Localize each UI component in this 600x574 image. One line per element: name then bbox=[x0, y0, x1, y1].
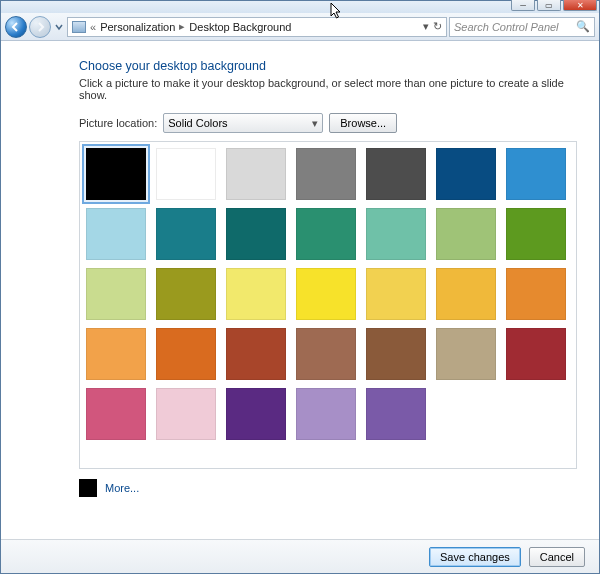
page-subtext: Click a picture to make it your desktop … bbox=[79, 77, 585, 101]
color-swatch[interactable] bbox=[506, 328, 566, 380]
refresh-button[interactable]: ↻ bbox=[433, 20, 442, 33]
color-swatch[interactable] bbox=[156, 388, 216, 440]
search-icon: 🔍 bbox=[576, 20, 590, 33]
control-panel-window: ─ ▭ ✕ « Personalization ▸ Desktop Backgr… bbox=[0, 0, 600, 574]
arrow-left-icon bbox=[11, 22, 21, 32]
color-swatch[interactable] bbox=[436, 148, 496, 200]
chevron-down-icon bbox=[55, 23, 63, 31]
color-swatch[interactable] bbox=[366, 148, 426, 200]
chevron-down-icon: ▾ bbox=[312, 117, 318, 130]
more-row: More... bbox=[79, 479, 585, 497]
minimize-icon: ─ bbox=[520, 1, 526, 10]
color-grid bbox=[86, 148, 570, 440]
picture-location-select[interactable]: Solid Colors ▾ bbox=[163, 113, 323, 133]
nav-history-dropdown[interactable] bbox=[53, 16, 65, 38]
navbar: « Personalization ▸ Desktop Background ▾… bbox=[1, 13, 599, 41]
footer: Save changes Cancel bbox=[1, 539, 599, 573]
breadcrumb-chevron-icon: ▸ bbox=[179, 20, 185, 33]
color-swatch[interactable] bbox=[226, 208, 286, 260]
color-swatch[interactable] bbox=[366, 328, 426, 380]
color-swatch[interactable] bbox=[226, 268, 286, 320]
save-changes-button[interactable]: Save changes bbox=[429, 547, 521, 567]
search-placeholder: Search Control Panel bbox=[454, 21, 559, 33]
color-swatch[interactable] bbox=[506, 208, 566, 260]
color-swatch[interactable] bbox=[86, 268, 146, 320]
search-box[interactable]: Search Control Panel 🔍 bbox=[449, 17, 595, 37]
color-swatch[interactable] bbox=[226, 388, 286, 440]
color-swatch[interactable] bbox=[226, 148, 286, 200]
page-title: Choose your desktop background bbox=[79, 59, 585, 73]
close-icon: ✕ bbox=[577, 1, 584, 10]
picture-location-label: Picture location: bbox=[79, 117, 157, 129]
color-swatch[interactable] bbox=[296, 328, 356, 380]
cancel-button[interactable]: Cancel bbox=[529, 547, 585, 567]
forward-button[interactable] bbox=[29, 16, 51, 38]
color-swatch-panel bbox=[79, 141, 577, 469]
arrow-right-icon bbox=[35, 22, 45, 32]
picture-location-value: Solid Colors bbox=[168, 117, 227, 129]
maximize-icon: ▭ bbox=[545, 1, 553, 10]
content-area: Choose your desktop background Click a p… bbox=[1, 41, 599, 539]
color-swatch[interactable] bbox=[436, 328, 496, 380]
breadcrumb-separator: « bbox=[90, 21, 96, 33]
breadcrumb-personalization[interactable]: Personalization bbox=[100, 21, 175, 33]
more-colors-link[interactable]: More... bbox=[105, 482, 139, 494]
close-button[interactable]: ✕ bbox=[563, 0, 597, 11]
color-swatch[interactable] bbox=[156, 268, 216, 320]
back-button[interactable] bbox=[5, 16, 27, 38]
titlebar: ─ ▭ ✕ bbox=[1, 1, 599, 13]
color-swatch[interactable] bbox=[226, 328, 286, 380]
color-swatch[interactable] bbox=[436, 268, 496, 320]
color-swatch[interactable] bbox=[156, 148, 216, 200]
color-swatch[interactable] bbox=[86, 148, 146, 200]
maximize-button[interactable]: ▭ bbox=[537, 0, 561, 11]
picture-location-row: Picture location: Solid Colors ▾ Browse.… bbox=[79, 113, 585, 133]
color-swatch[interactable] bbox=[156, 208, 216, 260]
breadcrumb-desktop-background[interactable]: Desktop Background bbox=[189, 21, 291, 33]
color-swatch[interactable] bbox=[366, 268, 426, 320]
color-swatch[interactable] bbox=[506, 268, 566, 320]
window-controls: ─ ▭ ✕ bbox=[511, 0, 597, 11]
color-swatch[interactable] bbox=[366, 208, 426, 260]
color-swatch[interactable] bbox=[296, 208, 356, 260]
current-color-preview bbox=[79, 479, 97, 497]
control-panel-icon bbox=[72, 21, 86, 33]
color-swatch[interactable] bbox=[86, 328, 146, 380]
address-dropdown-icon[interactable]: ▾ bbox=[423, 20, 429, 33]
color-swatch[interactable] bbox=[296, 268, 356, 320]
color-swatch[interactable] bbox=[86, 208, 146, 260]
color-swatch[interactable] bbox=[436, 208, 496, 260]
color-swatch[interactable] bbox=[366, 388, 426, 440]
color-swatch[interactable] bbox=[296, 148, 356, 200]
color-swatch[interactable] bbox=[296, 388, 356, 440]
address-bar[interactable]: « Personalization ▸ Desktop Background ▾… bbox=[67, 17, 447, 37]
browse-button[interactable]: Browse... bbox=[329, 113, 397, 133]
color-swatch[interactable] bbox=[506, 148, 566, 200]
minimize-button[interactable]: ─ bbox=[511, 0, 535, 11]
color-swatch[interactable] bbox=[86, 388, 146, 440]
color-swatch[interactable] bbox=[156, 328, 216, 380]
